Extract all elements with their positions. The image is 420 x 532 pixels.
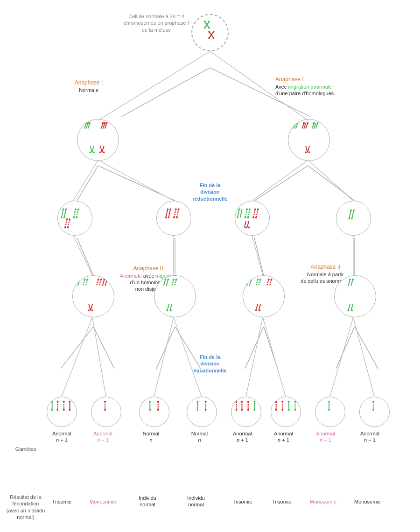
svg-point-22 — [204, 27, 206, 29]
svg-point-222 — [275, 409, 277, 411]
svg-point-191 — [69, 401, 71, 403]
gamete-4 — [187, 397, 217, 427]
svg-point-167 — [268, 279, 270, 280]
svg-point-200 — [157, 401, 159, 403]
svg-line-104 — [248, 210, 250, 218]
svg-point-33 — [85, 122, 87, 124]
svg-point-172 — [259, 309, 260, 311]
result-label-5: Trisomie — [225, 498, 260, 505]
svg-point-48 — [99, 151, 101, 153]
svg-line-115 — [244, 221, 246, 228]
svg-point-44 — [89, 151, 91, 153]
svg-point-21 — [208, 21, 210, 22]
svg-point-132 — [86, 279, 88, 280]
svg-point-40 — [104, 122, 106, 124]
svg-point-72 — [65, 209, 67, 210]
anaphase1-right-title: Anaphase I — [275, 76, 357, 84]
gametes-main-label: Gamètes — [7, 446, 44, 452]
svg-point-97 — [173, 217, 175, 218]
diagram-container: Cellule normale à 2n = 4 chromosomes en … — [0, 0, 420, 532]
svg-point-111 — [254, 209, 256, 210]
svg-line-162 — [259, 280, 260, 286]
svg-line-47 — [102, 146, 104, 153]
svg-point-219 — [253, 409, 255, 411]
anaphase2-left-big — [72, 275, 114, 317]
svg-point-80 — [76, 217, 77, 218]
svg-point-78 — [77, 209, 79, 210]
svg-line-126 — [78, 280, 80, 286]
svg-point-216 — [247, 409, 249, 411]
svg-point-175 — [349, 279, 351, 280]
svg-line-146 — [166, 280, 168, 286]
gamete-label-6: Anormaln + 1 — [266, 430, 301, 444]
fin-reductionnelle-label: Fin de ladivisionréductionnelle — [182, 182, 238, 202]
svg-point-144 — [91, 309, 93, 311]
svg-line-103 — [245, 210, 247, 218]
svg-point-64 — [317, 122, 319, 124]
svg-line-177 — [348, 304, 350, 311]
svg-line-70 — [64, 210, 66, 218]
svg-line-75 — [74, 210, 76, 218]
svg-point-163 — [257, 279, 259, 280]
svg-point-53 — [293, 122, 295, 124]
gamete-5 — [231, 397, 261, 427]
svg-point-92 — [168, 217, 169, 218]
anaphase1-right-sub: Avec migration anormaled'une paire d'hom… — [275, 84, 357, 97]
svg-line-0 — [121, 68, 210, 117]
anaphase1-left-label: Anaphase I Normale — [61, 79, 117, 93]
meiosis1-result-right1 — [235, 201, 270, 236]
svg-point-96 — [178, 209, 180, 210]
svg-point-179 — [347, 309, 349, 311]
gamete-label-2: Anormaln − 1 — [85, 430, 120, 444]
svg-point-45 — [93, 151, 95, 153]
svg-line-142 — [91, 304, 92, 311]
svg-point-63 — [313, 122, 315, 124]
svg-point-233 — [328, 401, 330, 403]
svg-point-156 — [170, 309, 172, 311]
svg-point-127 — [76, 279, 78, 280]
svg-point-86 — [67, 227, 69, 229]
svg-line-94 — [177, 210, 179, 218]
svg-point-212 — [241, 401, 243, 403]
svg-line-11 — [93, 327, 114, 369]
svg-line-241 — [98, 160, 174, 201]
svg-line-46 — [100, 146, 102, 153]
svg-point-67 — [305, 151, 307, 153]
svg-point-210 — [236, 409, 238, 411]
svg-point-198 — [149, 409, 151, 411]
svg-line-76 — [77, 210, 78, 218]
svg-line-149 — [172, 280, 174, 286]
svg-point-41 — [106, 122, 108, 124]
svg-line-150 — [175, 280, 176, 286]
svg-point-98 — [176, 217, 178, 218]
meiosis1-result-right2 — [336, 201, 371, 236]
anaphase2-right-small — [334, 275, 376, 317]
svg-line-174 — [351, 280, 353, 286]
meiosis1-result-left2 — [156, 201, 191, 236]
svg-point-155 — [166, 309, 168, 311]
svg-line-50 — [292, 123, 294, 129]
svg-line-161 — [256, 280, 258, 286]
svg-point-215 — [247, 401, 249, 403]
svg-point-39 — [102, 122, 104, 124]
svg-point-54 — [297, 122, 299, 124]
anaphase1-right-label: Anaphase I Avec migration anormaled'une … — [275, 76, 357, 97]
svg-line-153 — [167, 304, 169, 311]
svg-point-236 — [372, 401, 374, 403]
svg-point-176 — [352, 279, 354, 280]
svg-point-83 — [66, 218, 68, 220]
gamete-label-5: Anormaln + 1 — [225, 430, 260, 444]
svg-point-85 — [64, 227, 66, 229]
svg-line-125 — [75, 280, 77, 286]
svg-line-120 — [352, 210, 354, 218]
svg-point-101 — [238, 209, 240, 210]
svg-line-5 — [308, 166, 355, 201]
svg-line-249 — [92, 317, 106, 397]
gamete-6 — [271, 397, 301, 427]
svg-point-237 — [372, 409, 374, 411]
anaphase1-left-title: Anaphase I — [61, 79, 117, 87]
svg-point-84 — [69, 218, 70, 220]
svg-point-203 — [196, 401, 198, 403]
svg-point-207 — [205, 409, 207, 411]
svg-point-79 — [73, 217, 75, 218]
